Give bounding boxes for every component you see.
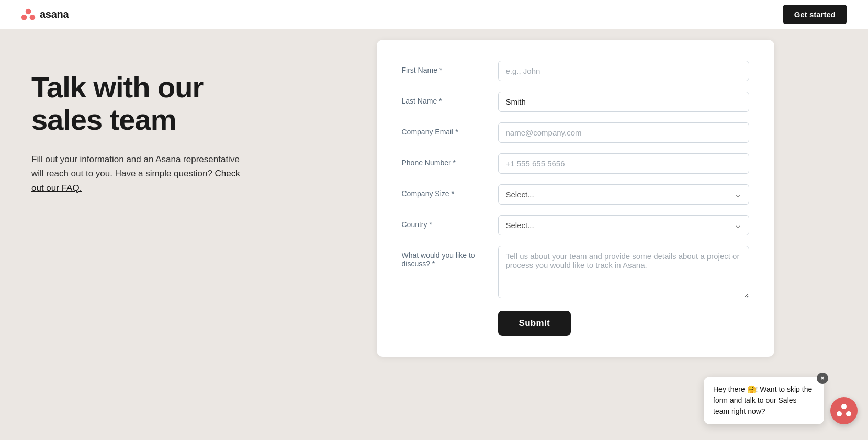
discuss-label: What would you like to discuss? * (402, 246, 486, 268)
last-name-label: Last Name * (402, 92, 486, 105)
svg-point-3 (841, 404, 847, 409)
submit-button[interactable]: Submit (498, 311, 571, 336)
header: asana Get started (0, 0, 868, 29)
company-size-select-wrapper: Select... 1–10 11–50 51–200 201–500 500+ (498, 184, 749, 205)
company-size-label: Company Size * (402, 184, 486, 198)
discuss-field (498, 246, 749, 300)
company-size-field: Select... 1–10 11–50 51–200 201–500 500+ (498, 184, 749, 205)
company-email-label: Company Email * (402, 122, 486, 136)
first-name-field (498, 61, 749, 81)
discuss-row: What would you like to discuss? * (402, 246, 749, 300)
svg-point-4 (837, 411, 842, 416)
chat-bubble-text: Hey there 🤗! Want to skip the form and t… (713, 385, 812, 415)
first-name-label: First Name * (402, 61, 486, 74)
country-label: Country * (402, 215, 486, 229)
chat-close-button[interactable]: × (817, 373, 828, 384)
chat-avatar-icon (836, 402, 852, 419)
country-row: Country * Select... United States United… (402, 215, 749, 235)
svg-point-2 (30, 15, 36, 20)
company-size-row: Company Size * Select... 1–10 11–50 51–2… (402, 184, 749, 205)
chat-avatar-button[interactable] (830, 397, 858, 424)
last-name-input[interactable] (498, 92, 749, 112)
svg-point-0 (26, 8, 31, 14)
phone-input[interactable] (498, 153, 749, 174)
logo-text: asana (40, 8, 69, 20)
chat-bubble: × Hey there 🤗! Want to skip the form and… (704, 377, 824, 424)
company-email-field (498, 122, 749, 143)
svg-point-5 (846, 411, 851, 416)
country-field: Select... United States United Kingdom C… (498, 215, 749, 235)
get-started-button[interactable]: Get started (783, 5, 847, 24)
discuss-label-text: What would you like to discuss? (402, 251, 475, 268)
logo: asana (21, 7, 69, 22)
submit-row: Submit (402, 311, 749, 336)
company-email-row: Company Email * (402, 122, 749, 143)
country-select-wrapper: Select... United States United Kingdom C… (498, 215, 749, 235)
company-email-input[interactable] (498, 122, 749, 143)
hero-description: Fill out your information and an Asana r… (31, 152, 251, 195)
last-name-field (498, 92, 749, 112)
phone-label: Phone Number * (402, 153, 486, 167)
asana-logo-icon (21, 7, 36, 22)
last-name-row: Last Name * (402, 92, 749, 112)
first-name-row: First Name * (402, 61, 749, 81)
hero-description-text: Fill out your information and an Asana r… (31, 154, 240, 178)
hero-title: Talk with our sales team (31, 71, 272, 136)
chat-widget: × Hey there 🤗! Want to skip the form and… (704, 377, 858, 424)
country-select[interactable]: Select... United States United Kingdom C… (498, 215, 749, 235)
svg-point-1 (21, 15, 27, 20)
discuss-required: * (432, 260, 435, 268)
first-name-input[interactable] (498, 61, 749, 81)
phone-row: Phone Number * (402, 153, 749, 174)
discuss-textarea[interactable] (498, 246, 749, 298)
form-card: First Name * Last Name * Company Email * (377, 40, 774, 357)
company-size-select[interactable]: Select... 1–10 11–50 51–200 201–500 500+ (498, 184, 749, 205)
phone-field (498, 153, 749, 174)
left-panel: Talk with our sales team Fill out your i… (0, 29, 303, 440)
